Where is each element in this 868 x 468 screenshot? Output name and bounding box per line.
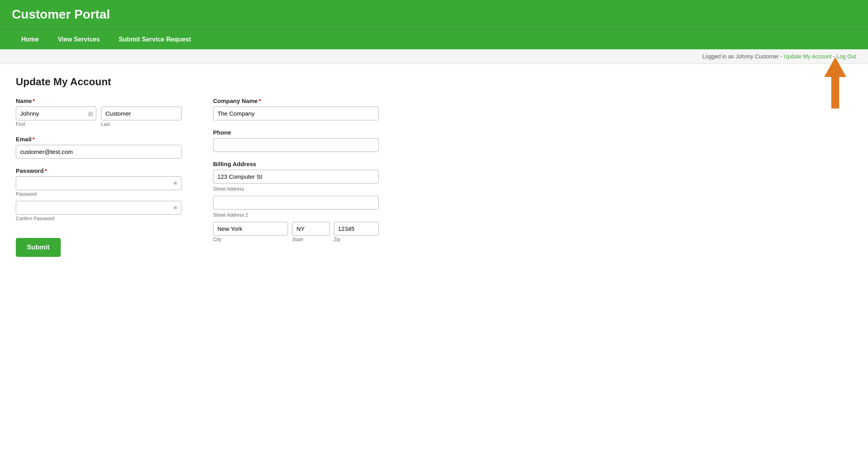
name-group: Name* ⊞ First Last bbox=[16, 97, 181, 127]
nav-bar: Home View Services Submit Service Reques… bbox=[0, 29, 868, 49]
phone-input[interactable] bbox=[213, 138, 379, 152]
password-sublabel: Password bbox=[16, 191, 181, 197]
password-group: Password* 👁 Password 👁 Confirm Password bbox=[16, 167, 181, 221]
svg-marker-0 bbox=[824, 57, 846, 109]
city-input[interactable] bbox=[213, 222, 288, 236]
update-my-account-link[interactable]: Update My Account bbox=[784, 53, 831, 60]
street-address2-input[interactable] bbox=[213, 196, 379, 210]
site-header: Customer Portal bbox=[0, 0, 868, 29]
address-bottom-row: City State Zip bbox=[213, 222, 379, 242]
billing-address-label: Billing Address bbox=[213, 161, 379, 167]
logout-link[interactable]: Log Out bbox=[836, 53, 856, 60]
password-eye-icon[interactable]: 👁 bbox=[173, 180, 178, 187]
password-label: Password* bbox=[16, 167, 181, 174]
nav-submit-service-request[interactable]: Submit Service Request bbox=[109, 30, 200, 49]
phone-label: Phone bbox=[213, 129, 379, 136]
confirm-password-input[interactable] bbox=[16, 201, 181, 215]
password-input[interactable] bbox=[16, 176, 181, 190]
account-bar: Logged in as Johnny Customer - Update My… bbox=[0, 49, 868, 64]
state-sublabel: State bbox=[292, 237, 329, 242]
state-wrapper: State bbox=[292, 222, 329, 242]
email-input[interactable] bbox=[16, 145, 181, 159]
first-name-input[interactable] bbox=[16, 107, 96, 120]
page-title: Update My Account bbox=[16, 76, 418, 88]
form-layout: Name* ⊞ First Last bbox=[16, 97, 418, 257]
site-title: Customer Portal bbox=[12, 7, 856, 22]
form-col-left: Name* ⊞ First Last bbox=[16, 97, 181, 257]
nav-home[interactable]: Home bbox=[12, 30, 48, 49]
confirm-password-sublabel: Confirm Password bbox=[16, 216, 181, 221]
name-label: Name* bbox=[16, 97, 181, 104]
contacts-icon: ⊞ bbox=[88, 110, 93, 117]
main-content: Update My Account Name* ⊞ bbox=[0, 64, 434, 269]
first-name-wrapper: ⊞ bbox=[16, 107, 96, 120]
company-name-group: Company Name* bbox=[213, 97, 379, 120]
last-name-wrapper bbox=[101, 107, 181, 120]
company-name-label: Company Name* bbox=[213, 97, 379, 104]
zip-wrapper: Zip bbox=[334, 222, 379, 242]
street-address-sublabel: Street Address bbox=[213, 186, 379, 192]
city-sublabel: City bbox=[213, 237, 288, 242]
phone-group: Phone bbox=[213, 129, 379, 152]
email-label: Email* bbox=[16, 136, 181, 142]
arrow-indicator bbox=[824, 57, 846, 110]
email-group: Email* bbox=[16, 136, 181, 159]
company-name-input[interactable] bbox=[213, 107, 379, 120]
last-name-input[interactable] bbox=[101, 107, 181, 120]
zip-input[interactable] bbox=[334, 222, 379, 236]
city-wrapper: City bbox=[213, 222, 288, 242]
password-wrapper: 👁 bbox=[16, 176, 181, 190]
confirm-password-wrapper: 👁 bbox=[16, 201, 181, 215]
first-name-sublabel: First bbox=[16, 122, 96, 127]
street-address-input[interactable] bbox=[213, 170, 379, 183]
billing-address-group: Billing Address Street Address Street Ad… bbox=[213, 161, 379, 242]
street-address2-sublabel: Street Address 2 bbox=[213, 212, 379, 218]
zip-sublabel: Zip bbox=[334, 237, 379, 242]
nav-view-services[interactable]: View Services bbox=[48, 30, 109, 49]
confirm-password-eye-icon[interactable]: 👁 bbox=[173, 205, 178, 211]
state-input[interactable] bbox=[292, 222, 329, 236]
submit-button[interactable]: Submit bbox=[16, 238, 61, 257]
form-col-right: Company Name* Phone Billing Address Stre… bbox=[213, 97, 379, 257]
logged-in-text: Logged in as Johnny Customer - bbox=[702, 53, 782, 60]
last-name-sublabel: Last bbox=[101, 122, 181, 127]
name-row: ⊞ bbox=[16, 107, 181, 120]
